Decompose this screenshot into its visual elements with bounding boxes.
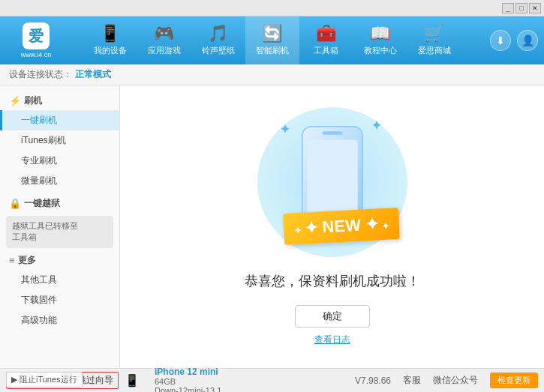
- nav-mall[interactable]: 🛒 爱思商城: [407, 16, 461, 64]
- nav-smart-flash[interactable]: 🔄 智能刷机: [245, 16, 299, 64]
- jailbreak-category-label: 一键越狱: [24, 197, 60, 210]
- more-category-label: 更多: [18, 254, 36, 267]
- phone-illustration: ✦ ✦ ✦ NEW ✦: [257, 107, 407, 257]
- sidebar-item-one-click-flash[interactable]: 一键刷机: [0, 110, 119, 130]
- bottom-right: V7.98.66 客服 微信公众号 检查更新: [355, 373, 538, 388]
- download-button[interactable]: ⬇: [490, 30, 511, 51]
- header: 爱 www.i4.cn 📱 我的设备 🎮 应用游戏 🎵 铃声壁纸 🔄 智能刷机 …: [0, 16, 544, 64]
- check-update-button[interactable]: 检查更新: [490, 373, 538, 388]
- sidebar-item-download-firmware[interactable]: 下载固件: [0, 290, 119, 310]
- header-right: ⬇ 👤: [478, 30, 538, 51]
- nav-apps-games[interactable]: 🎮 应用游戏: [137, 16, 191, 64]
- maximize-button[interactable]: □: [515, 3, 527, 13]
- version-text: V7.98.66: [355, 376, 391, 386]
- toolbox-icon: 🧰: [316, 25, 336, 42]
- other-tools-label: 其他工具: [21, 274, 57, 286]
- sidebar: ⚡ 刷机 一键刷机 iTunes刷机 专业刷机 微量刷机 🔒 一键越狱: [0, 85, 120, 368]
- nav-apps-games-label: 应用游戏: [148, 45, 181, 56]
- bottom-bar: 自动重启 跳过向导 📱 iPhone 12 mini 64GB Down-12m…: [0, 368, 544, 392]
- nav-smart-flash-label: 智能刷机: [256, 45, 289, 56]
- minimize-button[interactable]: _: [502, 3, 514, 13]
- close-button[interactable]: ✕: [529, 3, 541, 13]
- download-firmware-label: 下载固件: [21, 294, 57, 307]
- device-version: Down-12mini-13,1: [155, 386, 221, 393]
- itunes-flash-label: iTunes刷机: [21, 134, 66, 147]
- logo[interactable]: 爱 www.i4.cn: [6, 22, 66, 58]
- svg-rect-3: [307, 140, 358, 220]
- sidebar-item-advanced[interactable]: 高级功能: [0, 310, 119, 331]
- nav-my-device[interactable]: 📱 我的设备: [83, 16, 137, 64]
- circle-background: ✦ ✦ ✦ NEW ✦: [257, 107, 407, 257]
- svg-rect-5: [322, 132, 342, 136]
- sidebar-category-more: ≡ 更多: [0, 251, 119, 270]
- nav-tutorials[interactable]: 📖 教程中心: [353, 16, 407, 64]
- jailbreak-notice-text: 越狱工具已转移至 工具箱: [12, 221, 78, 241]
- sidebar-item-other-tools[interactable]: 其他工具: [0, 270, 119, 290]
- nav-ringtones-label: 铃声壁纸: [202, 45, 235, 56]
- status-bar: 设备连接状态： 正常模式: [0, 64, 544, 85]
- main-nav: 📱 我的设备 🎮 应用游戏 🎵 铃声壁纸 🔄 智能刷机 🧰 工具箱 📖 教程中心…: [66, 16, 478, 64]
- sidebar-item-pro-flash[interactable]: 专业刷机: [0, 151, 119, 171]
- sidebar-category-flash: ⚡ 刷机: [0, 91, 119, 110]
- micro-flash-label: 微量刷机: [21, 175, 57, 187]
- new-badge: ✦ NEW ✦: [283, 208, 400, 245]
- user-button[interactable]: 👤: [517, 30, 538, 51]
- flash-category-icon: ⚡: [9, 95, 21, 106]
- tutorials-icon: 📖: [370, 25, 390, 42]
- device-storage: 64GB: [155, 377, 221, 386]
- nav-ringtones[interactable]: 🎵 铃声壁纸: [191, 16, 245, 64]
- sidebar-item-micro-flash[interactable]: 微量刷机: [0, 171, 119, 191]
- nav-toolbox-label: 工具箱: [314, 45, 338, 56]
- content-area: ✦ ✦ ✦ NEW ✦: [120, 85, 544, 368]
- advanced-label: 高级功能: [21, 314, 57, 327]
- device-phone-icon: 📱: [125, 373, 140, 388]
- sparkle-topright: ✦: [371, 118, 381, 133]
- title-bar: _ □ ✕: [0, 0, 544, 16]
- skip-wizard-label: 跳过向导: [77, 374, 113, 387]
- status-label: 设备连接状态：: [9, 68, 72, 81]
- jailbreak-category-icon: 🔒: [9, 198, 21, 209]
- daily-link[interactable]: 查看日志: [314, 334, 350, 346]
- stop-itunes-icon: ▶: [11, 375, 17, 385]
- logo-icon: 爱: [23, 22, 50, 49]
- stop-itunes-label: 阻止iTunes运行: [20, 374, 77, 385]
- device-info: iPhone 12 mini 64GB Down-12mini-13,1: [155, 367, 221, 393]
- sidebar-section-more: ≡ 更多 其他工具 下载固件 高级功能: [0, 251, 119, 331]
- stop-itunes-area: ▶ 阻止iTunes运行: [6, 372, 83, 388]
- ringtones-icon: 🎵: [208, 25, 228, 42]
- apps-games-icon: 🎮: [154, 25, 174, 42]
- window-controls: _ □ ✕: [502, 3, 541, 13]
- smart-flash-icon: 🔄: [262, 25, 282, 42]
- sidebar-item-itunes-flash[interactable]: iTunes刷机: [0, 130, 119, 151]
- nav-my-device-label: 我的设备: [94, 45, 127, 56]
- mall-icon: 🛒: [424, 25, 444, 42]
- stop-itunes-button[interactable]: ▶ 阻止iTunes运行: [6, 372, 83, 388]
- nav-mall-label: 爱思商城: [418, 45, 451, 56]
- pro-flash-label: 专业刷机: [21, 154, 57, 167]
- sidebar-section-flash: ⚡ 刷机 一键刷机 iTunes刷机 专业刷机 微量刷机: [0, 91, 119, 191]
- success-message: 恭喜您，保资料刷机成功啦！: [245, 272, 420, 290]
- more-category-icon: ≡: [9, 255, 15, 266]
- customer-service-link[interactable]: 客服: [403, 374, 421, 387]
- wechat-link[interactable]: 微信公众号: [433, 374, 478, 387]
- sparkle-topleft: ✦: [280, 122, 290, 136]
- my-device-icon: 📱: [100, 25, 120, 42]
- nav-tutorials-label: 教程中心: [364, 45, 397, 56]
- sidebar-section-jailbreak: 🔒 一键越狱 越狱工具已转移至 工具箱: [0, 194, 119, 248]
- sidebar-category-jailbreak: 🔒 一键越狱: [0, 194, 119, 213]
- one-click-flash-label: 一键刷机: [21, 114, 57, 127]
- status-value: 正常模式: [75, 68, 111, 81]
- flash-category-label: 刷机: [24, 94, 42, 107]
- main-container: ⚡ 刷机 一键刷机 iTunes刷机 专业刷机 微量刷机 🔒 一键越狱: [0, 85, 544, 368]
- logo-url: www.i4.cn: [21, 51, 52, 58]
- jailbreak-notice: 越狱工具已转移至 工具箱: [6, 216, 113, 248]
- confirm-button[interactable]: 确定: [295, 305, 370, 328]
- nav-toolbox[interactable]: 🧰 工具箱: [299, 16, 353, 64]
